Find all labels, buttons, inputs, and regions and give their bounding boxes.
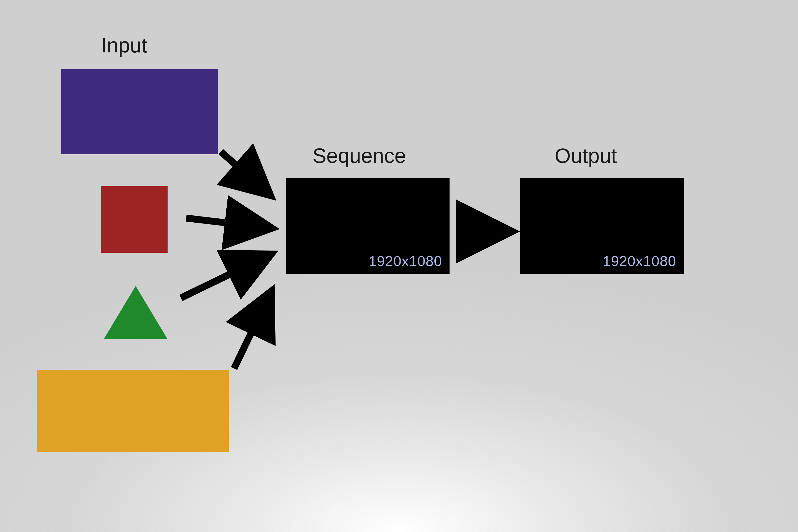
arrow-yellow-to-sequence <box>234 297 269 368</box>
arrow-red-to-sequence <box>186 218 266 227</box>
arrow-purple-to-sequence <box>221 152 266 191</box>
arrows-layer <box>0 0 798 532</box>
arrow-green-to-sequence <box>181 257 266 298</box>
